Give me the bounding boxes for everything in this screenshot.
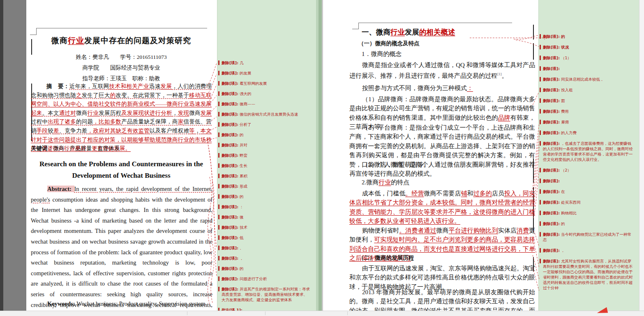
student-name-line: 姓名：樊非凡 学号：20165111073 [31,52,211,63]
deletion-comment[interactable]: 删除[瑛]: 强大的 [222,91,310,96]
text-segment: 发展 [405,28,419,36]
comment-text: 费用 [560,109,569,114]
deletion-comment[interactable]: 删除[瑛]: 同实体店相比成本较低， [543,77,633,82]
comment-text: 尤其对女性购买衣服而言，从挑选到试穿再到付款需要花费大量时间，有的时候几个小时也… [543,259,633,290]
deletion-comment[interactable]: 删除[瑛]: 并追其产生的根源制定一系列对策：寻求高质量货源、增加信誉、提高微商… [222,286,310,302]
comment-label: 删除[瑛]: [543,88,560,92]
deletion-comment[interactable]: 删除[瑛]: ，也减去了店面装修费用，这为想要赚钱的人们找到一条低投资的赚钱之路… [543,141,633,162]
comment-label: 删除[瑛]: [222,256,238,260]
comment-text: （2） [560,168,571,172]
deletion-comment[interactable]: 删除[瑛]: 累积 [222,173,310,179]
deletion-comment[interactable]: 删除[瑛]: 几 [222,60,310,65]
comment-text: 的人力费 [560,130,577,135]
heading-sub-1: 1．微商的概念 [349,50,535,58]
comment-text: 微信的营销方式并且发展势头迅速 [238,112,298,116]
comment-label: 删除[瑛]: [543,120,560,124]
deletion-comment[interactable]: 删除[瑛]: 的 [543,34,633,39]
comment-label: 删除[瑛]: [543,98,560,103]
comment-text: 、 [238,246,244,250]
deletion-comment[interactable]: 删除[瑛]: 投入租 [543,87,633,93]
deletion-comment[interactable]: 删除[瑛]: 问题进行了分析 [222,276,310,281]
deletion-comment[interactable]: 删除[瑛]: 微信的营销方式并且发展势头迅速 [222,112,310,117]
comment-label: 删除[瑛]: [543,34,560,39]
comment-label: 删除[瑛]: [222,235,238,240]
deletion-comment[interactable]: 删除[瑛]: ， [543,248,633,253]
deletion-comment[interactable]: 删除[瑛]: 状况 [543,44,633,50]
deletion-comment[interactable]: 删除[瑛]: （2） [543,167,633,173]
comment-label: 删除[瑛]: [222,102,238,106]
comment-label: 删除[瑛]: [222,71,238,75]
scrollbar-notch [187,311,187,315]
deletion-comment[interactable]: 删除[瑛]: 微商—— [222,101,310,107]
comment-text: 面 [560,98,565,103]
comment-text: 并对 [238,143,247,147]
text-segment: 。 [502,72,508,79]
comment-text: 强大的 [238,91,252,96]
comment-label: 删除[瑛]: [543,130,560,135]
comment-text: 投入租 [560,88,573,92]
text-segment: 、竞争力差 [59,128,88,134]
deletion-comment[interactable]: 删除[瑛]: 尤其对女性购买衣服而言，从挑选到试穿再到付款需要花费大量时间，有的… [543,258,633,290]
deletion-comment[interactable]: 删除[瑛]: 低 [222,235,310,240]
text-segment: 微商 [51,36,68,45]
deletion-comment[interactable]: 删除[瑛]: ： [222,204,310,209]
deletion-comment[interactable]: 删除[瑛]: 分析了 [222,122,310,127]
deletion-comment[interactable]: 删除[瑛]: 着互联网的发展 [222,81,310,86]
deletion-comment[interactable]: 删除[瑛]: 并对 [222,142,310,148]
text-segment: Wechat business; Product quality; Superv… [76,300,205,307]
document-page-2: 一、微商行业发展的相关概述 （一）微商的概念及特点 1．微商的概念 微商是指企业… [323,0,538,311]
comment-label: 删除[瑛]: [222,174,238,178]
text-segment: 的 [110,92,116,98]
deletion-comment[interactable]: 删除[瑛]: （1） [543,55,633,60]
deletion-comment[interactable]: 删除[瑛]: 购物相比 [543,210,633,216]
deletion-comment[interactable]: 删除[瑛]: 形成 [222,184,310,189]
deletion-comment[interactable]: 删除[瑛]: 微 [222,214,310,220]
deletion-comment[interactable]: 删除[瑛]: [543,66,633,71]
deletion-comment[interactable]: 删除[瑛]: 的 [222,194,310,199]
text-segment: 的问题 [76,118,93,125]
deletion-comment[interactable]: 删除[瑛]: 技术 [222,225,310,230]
text-segment: 迅速 [149,83,161,89]
deletion-comment[interactable]: 删除[瑛]: 的 [543,221,633,226]
deletion-comment[interactable]: 删除[瑛]: 在 [543,189,633,194]
deletion-comment[interactable]: 删除[瑛]: 的人力费 [543,130,633,135]
text-segment: ， [195,128,201,134]
scrollbar-notch [265,311,265,315]
text-boundary-mark [36,28,207,28]
comment-text: 生长 [238,163,247,168]
deletion-comment[interactable]: 删除[瑛]: ， [222,256,310,261]
deletion-comment[interactable]: 删除[瑛]: 处买东西同 [543,200,633,205]
text-segment: 发展 [161,83,172,89]
text-segment: 。经营 [405,190,424,197]
deletion-comment[interactable]: 删除[瑛]: 生长 [222,163,310,168]
deletion-comment[interactable]: 删除[瑛]: 的 [222,132,310,137]
text-segment: 行业 [390,28,405,36]
thesis-title-en-line2: Development of Wechat Business [31,170,211,181]
deletion-comment[interactable]: 删除[瑛]: 当今时代购物货比三家已经成为了一种常态 [543,232,633,242]
vertical-scrollbar[interactable] [639,0,644,311]
deletion-comment[interactable]: 删除[瑛]: 的发展 [222,70,310,76]
thesis-title-en-line1: Research on the Problems and Countermeas… [31,158,211,170]
text-segment: consumption ideas and shopping habits wi… [31,196,212,316]
deletion-comment[interactable]: 删除[瑛]: 、 [222,245,310,251]
text-segment: 的特点 [391,179,409,186]
deletion-comment[interactable]: 删除[瑛]: [543,178,633,184]
text-segment: 家 [178,118,184,125]
text-segment: 以及客户维权难 [150,128,189,134]
deletion-comment[interactable]: 删除[瑛]: 野蛮 [222,153,310,158]
keywords-en: Keywords: Wechat business; Product quali… [31,300,212,307]
text-segment: 实体店 [498,227,517,234]
deletion-comment[interactable]: 删除[瑛]: 雇佣 [543,119,633,125]
comment-text: 几 [238,60,244,65]
deletion-comment[interactable]: 删除[瑛]: 的 [222,266,310,271]
text-segment: 铺 [461,190,467,197]
text-segment: （3）个人微商：是指个人通过微信朋友圈刷屏营销，好友推荐再宣传等进行商品交易的模… [349,161,535,177]
comment-label: 删除[瑛]: [222,122,238,127]
comment-text: 的发展 [238,71,252,75]
text-segment: 产品质量缺乏保障，商 [121,118,178,125]
text-segment: Keywords: [47,300,76,307]
deletion-comment[interactable]: 删除[瑛]: 面 [543,98,633,103]
horizontal-scrollbar[interactable] [0,311,644,316]
deletion-comment[interactable]: 删除[瑛]: 费用 [543,109,633,114]
text-segment: 及发展现状进行分析 [121,110,172,116]
